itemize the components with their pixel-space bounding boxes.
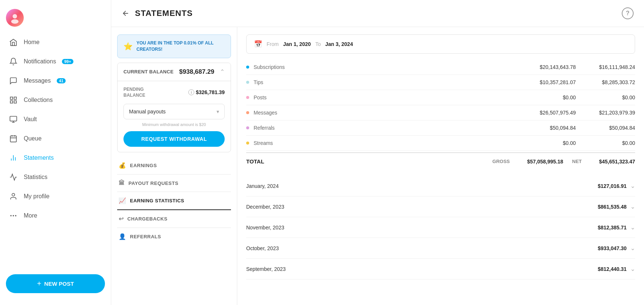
monthly-item-jan-2024[interactable]: January, 2024 $127,016.91 ⌄	[246, 176, 635, 196]
referrals-icon: 👤	[119, 233, 126, 240]
stat-val2-posts: $0.00	[576, 95, 635, 100]
sidebar-nav: Home Notifications 99+ Messages 41 Colle…	[0, 33, 111, 268]
pending-amount-value: $326,781.39	[196, 89, 225, 95]
balance-amount: $938,687.29	[179, 68, 214, 76]
stat-dot-posts	[246, 96, 249, 99]
monthly-item-sep-2023[interactable]: September, 2023 $812,440.31 ⌄	[246, 259, 635, 279]
request-withdrawal-button[interactable]: REQUEST WITHDRAWAL	[123, 131, 225, 147]
section-earning-statistics[interactable]: 📈 EARNING STATISTICS	[117, 192, 231, 210]
sidebar-item-label-myprofile: My profile	[24, 193, 49, 200]
from-label: From	[267, 41, 279, 47]
info-icon[interactable]: i	[188, 89, 194, 95]
svg-rect-5	[14, 101, 16, 103]
stats-row-messages: Messages $26,507,975.49 $21,203,979.39	[246, 105, 635, 120]
stat-val2-subscriptions: $16,111,948.24	[576, 64, 635, 70]
sidebar-item-collections[interactable]: Collections	[0, 90, 111, 110]
sidebar-item-messages[interactable]: Messages 41	[0, 71, 111, 90]
header-left: STATEMENTS	[122, 9, 193, 18]
from-date: Jan 1, 2020	[283, 41, 311, 47]
section-earnings[interactable]: 💰 EARNINGS	[117, 157, 231, 175]
back-button[interactable]	[122, 9, 130, 17]
stat-label-subscriptions: Subscriptions	[254, 64, 516, 70]
section-earnings-label: EARNINGS	[130, 163, 157, 168]
pending-label: PENDINGBALANCE	[123, 86, 145, 99]
sidebar-item-more[interactable]: More	[0, 206, 111, 225]
stat-dot-messages	[246, 111, 249, 114]
star-icon: ⭐	[123, 42, 133, 51]
stat-label-streams: Streams	[254, 140, 516, 146]
sidebar-item-label-statements: Statements	[24, 155, 54, 161]
monthly-rows: January, 2024 $127,016.91 ⌄ December, 20…	[246, 176, 635, 279]
svg-rect-2	[10, 97, 13, 99]
main-content: STATEMENTS ? ⭐ YOU ARE IN THE TOP 0.01% …	[111, 0, 644, 305]
monthly-item-dec-2023[interactable]: December, 2023 $861,535.48 ⌄	[246, 196, 635, 217]
monthly-item-oct-2023[interactable]: October, 2023 $933,047.30 ⌄	[246, 238, 635, 259]
sidebar-item-label-vault: Vault	[24, 116, 37, 123]
avatar[interactable]	[6, 9, 24, 27]
section-chargebacks[interactable]: ↩ CHARGEBACKS	[117, 210, 231, 228]
svg-point-10	[16, 215, 16, 216]
svg-point-9	[13, 215, 14, 216]
sidebar-item-vault[interactable]: Vault	[0, 110, 111, 129]
stat-label-messages: Messages	[254, 110, 516, 116]
content-area: ⭐ YOU ARE IN THE TOP 0.01% OF ALL CREATO…	[111, 27, 644, 305]
stats-row-posts: Posts $0.00 $0.00	[246, 90, 635, 105]
min-withdrawal-note: Minimum withdrawal amount is $20	[123, 122, 225, 127]
help-button[interactable]: ?	[622, 7, 634, 19]
section-referrals[interactable]: 👤 REFERRALS	[117, 228, 231, 245]
date-range-bar[interactable]: 📅 From Jan 1, 2020 To Jan 3, 2024	[246, 34, 635, 54]
svg-rect-6	[10, 116, 17, 121]
stat-val1-posts: $0.00	[516, 95, 576, 100]
svg-rect-7	[10, 136, 17, 142]
stat-dot-tips	[246, 81, 249, 84]
left-panel: ⭐ YOU ARE IN THE TOP 0.01% OF ALL CREATO…	[111, 27, 237, 305]
sidebar-item-label-statistics: Statistics	[24, 174, 47, 180]
chevron-down-icon-sep-2023: ⌄	[630, 265, 635, 272]
pending-row: PENDINGBALANCE i $326,781.39	[123, 86, 225, 99]
earnings-icon: 💰	[119, 162, 126, 169]
monthly-label-jan-2024: January, 2024	[246, 183, 279, 189]
sidebar-item-statistics[interactable]: Statistics	[0, 168, 111, 187]
home-icon	[9, 38, 18, 47]
chevron-down-icon: ▾	[217, 109, 219, 115]
sidebar-item-home[interactable]: Home	[0, 33, 111, 52]
stat-label-posts: Posts	[254, 95, 516, 100]
stat-dot-referrals	[246, 126, 249, 129]
notifications-badge: 99+	[62, 59, 73, 64]
payout-method-select[interactable]: Manual payouts ▾	[123, 104, 225, 119]
monthly-amount-sep-2023: $812,440.31	[598, 266, 627, 272]
stats-table: Subscriptions $20,143,643.78 $16,111,948…	[246, 60, 635, 170]
stats-total-row: TOTAL GROSS $57,058,995.18 NET $45,651,3…	[246, 152, 635, 170]
to-label: To	[315, 41, 321, 47]
vault-icon	[9, 115, 18, 124]
balance-header[interactable]: CURRENT BALANCE $938,687.29 ⌃	[118, 63, 231, 81]
svg-rect-3	[14, 97, 16, 99]
sidebar-item-my-profile[interactable]: My profile	[0, 187, 111, 206]
monthly-label-oct-2023: October, 2023	[246, 245, 279, 251]
sidebar: Home Notifications 99+ Messages 41 Colle…	[0, 0, 111, 305]
stats-row-tips: Tips $10,357,281.07 $8,285,303.72	[246, 75, 635, 90]
total-gross-value: $57,058,995.18	[511, 159, 563, 165]
monthly-list: January, 2024 $127,016.91 ⌄ December, 20…	[246, 176, 635, 279]
sidebar-item-notifications[interactable]: Notifications 99+	[0, 52, 111, 71]
monthly-label-sep-2023: September, 2023	[246, 266, 286, 272]
new-post-button[interactable]: + NEW POST	[6, 274, 105, 293]
right-panel: 📅 From Jan 1, 2020 To Jan 3, 2024 Subscr…	[237, 27, 644, 305]
section-chargebacks-label: CHARGEBACKS	[128, 216, 168, 222]
stats-row-referrals: Referrals $50,094.84 $50,094.84	[246, 120, 635, 136]
monthly-item-nov-2023[interactable]: November, 2023 $812,385.71 ⌄	[246, 217, 635, 238]
section-payout-requests[interactable]: 🏛 PAYOUT REQUESTS	[117, 175, 231, 192]
stat-label-referrals: Referrals	[254, 125, 516, 131]
bar-chart-icon	[9, 153, 18, 162]
total-label: TOTAL	[246, 158, 492, 165]
section-referrals-label: REFERRALS	[130, 234, 161, 239]
total-net-value: $45,651,323.47	[583, 159, 635, 165]
stat-val2-referrals: $50,094.84	[576, 125, 635, 131]
plus-icon: +	[37, 279, 42, 288]
chevron-down-icon-dec-2023: ⌄	[630, 203, 635, 210]
sidebar-item-queue[interactable]: Queue	[0, 129, 111, 148]
sidebar-item-statements[interactable]: Statements	[0, 148, 111, 168]
sidebar-item-label-collections: Collections	[24, 97, 53, 103]
monthly-label-dec-2023: December, 2023	[246, 204, 284, 210]
trend-icon	[9, 173, 18, 182]
